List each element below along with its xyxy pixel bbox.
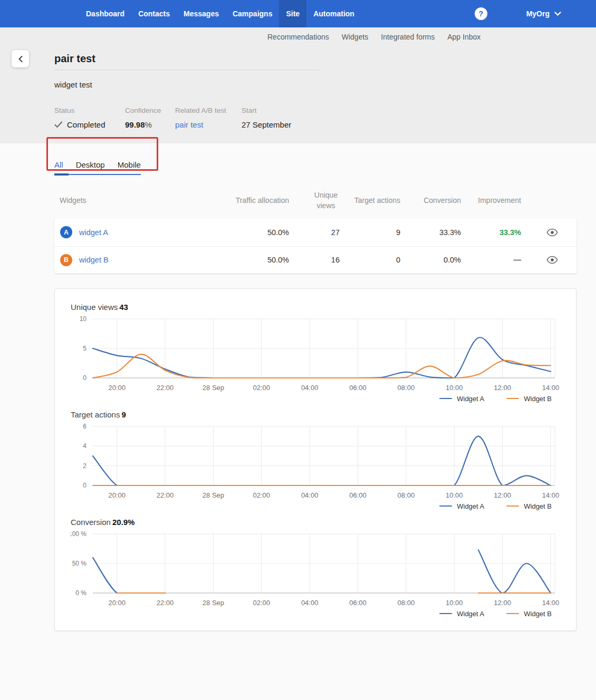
svg-text:2: 2 — [83, 462, 86, 469]
svg-text:20:00: 20:00 — [108, 599, 126, 607]
widget-b-link[interactable]: widget B — [79, 256, 109, 264]
widget-b-conversion: 0.0% — [400, 256, 461, 264]
svg-text:06:00: 06:00 — [349, 599, 367, 607]
page-title: pair test — [54, 53, 95, 65]
svg-text:28 Sep: 28 Sep — [203, 384, 224, 392]
widget-b-legend-line — [506, 505, 519, 507]
widget-b-badge: B — [60, 254, 72, 266]
svg-text:22:00: 22:00 — [157, 384, 174, 392]
widget-a-legend-label: Widget A — [457, 610, 484, 618]
svg-text:12:00: 12:00 — [494, 491, 511, 499]
main-content: All Desktop Mobile Widgets Traffic alloc… — [0, 143, 596, 631]
widget-b-target-actions: 0 — [340, 256, 400, 264]
svg-text:02:00: 02:00 — [253, 384, 271, 392]
widget-a-link[interactable]: widget A — [79, 228, 108, 237]
svg-text:04:00: 04:00 — [301, 384, 319, 392]
conversion-chart-title: Conversion20.9% — [71, 518, 560, 527]
site-subnav: Recommendations Widgets Integrated forms… — [267, 32, 480, 42]
widget-b-legend-label: Widget B — [524, 502, 552, 510]
svg-text:02:00: 02:00 — [253, 491, 271, 499]
status-value: Completed — [54, 120, 125, 129]
widget-b-legend-line — [506, 398, 519, 400]
chevron-down-icon — [554, 12, 561, 16]
svg-text:50 %: 50 % — [72, 560, 87, 567]
svg-text:5: 5 — [83, 345, 86, 352]
svg-text:0: 0 — [83, 482, 86, 489]
target-actions-chart: 024620:0022:0028 Sep02:0004:0006:0008:00… — [71, 423, 560, 501]
nav-item-automation[interactable]: Automation — [306, 0, 361, 27]
org-menu[interactable]: MyOrg — [526, 9, 561, 18]
widget-a-badge: A — [60, 226, 72, 238]
widget-a-unique-views: 27 — [289, 228, 340, 237]
subnav-item-app-inbox[interactable]: App Inbox — [447, 32, 480, 42]
widget-a-target-actions: 9 — [340, 228, 400, 237]
tab-all[interactable]: All — [54, 160, 63, 169]
subnav-item-integrated-forms[interactable]: Integrated forms — [381, 32, 435, 42]
col-target-actions: Target actions — [340, 195, 400, 206]
widget-a-preview-button[interactable] — [545, 227, 559, 238]
col-improvement: Improvement — [461, 195, 521, 206]
svg-text:28 Sep: 28 Sep — [203, 599, 224, 607]
subnav-item-widgets[interactable]: Widgets — [342, 32, 369, 42]
svg-text:28 Sep: 28 Sep — [203, 491, 224, 499]
tab-mobile[interactable]: Mobile — [118, 160, 141, 169]
device-filter-tabs: All Desktop Mobile — [54, 160, 141, 176]
widget-a-legend-label: Widget A — [457, 395, 484, 403]
page-header-section: Recommendations Widgets Integrated forms… — [0, 27, 596, 143]
col-unique-views: Unique views — [289, 190, 340, 211]
title-divider — [54, 70, 319, 70]
widget-a-legend-line — [439, 398, 452, 400]
confidence-label: Confidence — [125, 106, 175, 114]
target-actions-chart-block: Target actions9 024620:0022:0028 Sep02:0… — [71, 410, 560, 510]
widget-b-preview-button[interactable] — [545, 255, 559, 265]
svg-text:20:00: 20:00 — [108, 384, 126, 392]
conversion-chart: 0 %50 %100 %20:0022:0028 Sep02:0004:0006… — [71, 531, 560, 609]
unique-views-chart-block: Unique views43 051020:0022:0028 Sep02:00… — [71, 303, 560, 403]
svg-text:08:00: 08:00 — [398, 599, 415, 607]
svg-text:22:00: 22:00 — [157, 599, 174, 607]
widget-b-unique-views: 16 — [289, 256, 340, 264]
svg-text:06:00: 06:00 — [349, 384, 367, 392]
svg-text:14:00: 14:00 — [542, 599, 560, 607]
svg-text:08:00: 08:00 — [398, 384, 415, 392]
org-label: MyOrg — [526, 9, 550, 18]
widget-b-legend-line — [506, 613, 519, 615]
top-navigation: Dashboard Contacts Messages Campaigns Si… — [0, 0, 596, 27]
svg-text:02:00: 02:00 — [253, 599, 271, 607]
widget-b-legend-label: Widget B — [524, 610, 552, 618]
tab-desktop[interactable]: Desktop — [76, 160, 105, 169]
widget-a-legend-line — [439, 505, 452, 507]
subnav-item-recommendations[interactable]: Recommendations — [267, 32, 329, 42]
status-label: Status — [54, 106, 125, 114]
svg-text:06:00: 06:00 — [349, 491, 367, 499]
widget-a-legend-line — [439, 613, 452, 615]
back-button[interactable] — [12, 50, 29, 67]
eye-icon — [546, 228, 558, 237]
start-value: 27 September — [242, 120, 291, 129]
nav-item-dashboard[interactable]: Dashboard — [79, 0, 131, 27]
svg-text:0 %: 0 % — [75, 589, 86, 597]
confidence-value: 99.98% — [125, 120, 175, 129]
svg-text:12:00: 12:00 — [494, 599, 511, 607]
related-test-link[interactable]: pair test — [175, 120, 203, 129]
widget-a-traffic: 50.0% — [179, 228, 289, 237]
start-label: Start — [242, 106, 291, 114]
chevron-left-icon — [17, 55, 24, 63]
nav-item-campaigns[interactable]: Campaigns — [226, 0, 279, 27]
svg-text:6: 6 — [83, 423, 86, 430]
nav-right-group: ? MyOrg — [475, 0, 596, 27]
svg-text:04:00: 04:00 — [301, 491, 319, 499]
svg-text:0: 0 — [83, 374, 86, 382]
nav-item-site[interactable]: Site — [279, 0, 306, 27]
widget-b-traffic: 50.0% — [179, 256, 289, 264]
nav-item-contacts[interactable]: Contacts — [131, 0, 177, 27]
svg-text:4: 4 — [83, 442, 86, 450]
target-actions-chart-title: Target actions9 — [71, 410, 560, 419]
table-row: B widget B 50.0% 16 0 0.0% — — [54, 246, 576, 274]
svg-text:04:00: 04:00 — [301, 599, 319, 607]
svg-text:14:00: 14:00 — [542, 491, 560, 499]
help-icon[interactable]: ? — [475, 7, 487, 20]
widget-a-improvement: 33.3% — [461, 228, 521, 237]
nav-item-messages[interactable]: Messages — [177, 0, 226, 27]
svg-text:10: 10 — [80, 316, 87, 323]
